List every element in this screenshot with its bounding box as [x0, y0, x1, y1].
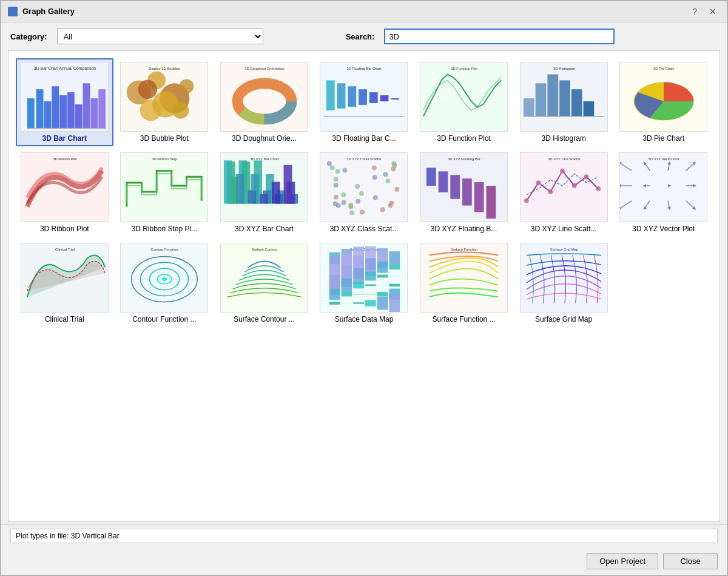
- chart-thumbnail-3d-doughnut: 3D Doughnut Orientation: [220, 62, 308, 132]
- svg-point-107: [350, 210, 355, 215]
- gallery-item-label: Clinical Trial: [45, 315, 84, 324]
- gallery-item-clinical-trial[interactable]: Clinical Trial Clinical Trial: [16, 239, 113, 327]
- svg-rect-188: [377, 296, 388, 310]
- chart-thumbnail-3d-bar-chart: 3D Bar Chart Annual Comparison: [21, 62, 109, 132]
- gallery-item-label: 3D Bubble Plot: [140, 134, 189, 143]
- svg-rect-66: [248, 191, 256, 204]
- gallery-item-3d-pie-chart[interactable]: 3D Pie Chart 3D Pie Chart: [615, 58, 712, 146]
- svg-point-22: [172, 102, 189, 119]
- gallery-item-contour-function[interactable]: Contour Function Contour Function ...: [116, 239, 214, 327]
- svg-point-81: [333, 202, 338, 206]
- gallery-item-3d-xyz-line[interactable]: 3D XYZ Line Scatter 3D XYZ Line Scatt...: [515, 149, 613, 237]
- help-button[interactable]: ?: [689, 5, 701, 18]
- svg-point-121: [560, 168, 565, 173]
- svg-point-100: [330, 166, 335, 171]
- gallery-item-3d-floating-bar[interactable]: 3D Floating Bar Chart 3D Floating Bar C.…: [315, 58, 413, 146]
- svg-text:Surface Function: Surface Function: [451, 248, 478, 251]
- category-select[interactable]: All 2D 3D Statistical Contour Surface: [57, 29, 263, 44]
- chart-thumbnail-3d-ribbon-step: 3D Ribbon Step: [120, 152, 208, 222]
- gallery-item-3d-xyz-bar[interactable]: 3D XYZ Bar Chart 3D XYZ Bar Chart: [215, 149, 313, 237]
- svg-rect-69: [260, 194, 268, 204]
- gallery-item-label: 3D Bar Chart: [42, 134, 87, 143]
- chart-thumbnail-3d-pie-chart: 3D Pie Chart: [619, 62, 707, 132]
- svg-text:Display 3D Bubbles: Display 3D Bubbles: [149, 67, 181, 70]
- close-button[interactable]: Close: [663, 553, 718, 569]
- svg-rect-173: [342, 279, 352, 293]
- chart-thumbnail-3d-xyz-floating: 3D XYZ Floating Bar: [420, 152, 508, 222]
- gallery-item-3d-xyz-class[interactable]: 3D XYZ Class Scatter 3D XYZ Class Scat..…: [315, 149, 413, 237]
- status-bar: Plot types in file: 3D Vertical Bar: [1, 524, 727, 547]
- bottom-bar: Open Project Close: [1, 547, 727, 575]
- svg-rect-31: [337, 83, 346, 108]
- svg-rect-177: [389, 284, 400, 286]
- svg-text:Clinical Trial: Clinical Trial: [55, 248, 75, 251]
- title-bar-controls: ? ✕: [689, 5, 720, 18]
- chart-thumbnail-3d-xyz-class: 3D XYZ Class Scatter: [320, 152, 408, 222]
- svg-rect-34: [369, 92, 378, 103]
- svg-rect-174: [354, 282, 365, 288]
- gallery-item-3d-ribbon-plot[interactable]: 3D Ribbon Plot 3D Ribbon Plot: [16, 149, 113, 237]
- gallery-item-3d-bar-chart[interactable]: 3D Bar Chart Annual Comparison 3D Bar Ch…: [16, 58, 113, 146]
- svg-rect-169: [365, 272, 376, 281]
- svg-rect-44: [547, 75, 558, 117]
- chart-thumbnail-3d-bubble-plot: Display 3D Bubbles: [120, 62, 208, 132]
- svg-point-119: [536, 180, 541, 185]
- svg-text:3D Function Plot: 3D Function Plot: [451, 67, 477, 70]
- gallery-item-3d-xyz-floating[interactable]: 3D XYZ Floating Bar 3D XYZ Floating B...: [415, 149, 513, 237]
- svg-rect-75: [283, 165, 292, 204]
- chart-thumbnail-3d-xyz-bar: 3D XYZ Bar Chart: [220, 152, 308, 222]
- svg-text:Surface Grid Map: Surface Grid Map: [550, 248, 578, 251]
- gallery-item-label: 3D Function Plot: [437, 134, 491, 143]
- gallery-item-surface-contour[interactable]: Surface Contour Surface Contour ...: [215, 239, 313, 327]
- chart-thumbnail-clinical-trial: Clinical Trial: [21, 243, 109, 313]
- svg-rect-181: [365, 294, 376, 294]
- svg-rect-4: [44, 101, 51, 128]
- gallery-item-surface-function[interactable]: Surface Function Surface Function ...: [415, 239, 513, 327]
- svg-rect-7: [67, 92, 75, 128]
- gallery-item-surface-grid-map[interactable]: Surface Grid Map Surface Grid Map: [515, 239, 613, 327]
- gallery-item-surface-data-map[interactable]: Surface Data Map Surface Data Map: [315, 239, 413, 327]
- svg-rect-175: [365, 285, 376, 286]
- chart-thumbnail-3d-xyz-vector: 3D XYZ Vector Plot: [619, 152, 707, 222]
- svg-text:3D XYZ Vector Plot: 3D XYZ Vector Plot: [649, 157, 679, 161]
- svg-point-118: [524, 198, 529, 203]
- svg-point-104: [356, 184, 360, 189]
- gallery-item-label: Surface Grid Map: [535, 315, 592, 324]
- gallery-item-label: Surface Function ...: [433, 315, 496, 324]
- svg-point-87: [383, 172, 388, 177]
- svg-rect-189: [389, 293, 400, 313]
- svg-text:3D Histogram: 3D Histogram: [553, 67, 575, 70]
- svg-point-19: [180, 79, 194, 93]
- svg-point-106: [386, 178, 391, 183]
- status-value: 3D Vertical Bar: [71, 532, 120, 540]
- svg-point-90: [372, 166, 377, 171]
- gallery-item-3d-bubble-plot[interactable]: Display 3D Bubbles 3D Bubble Plot: [116, 58, 214, 146]
- graph-gallery-dialog: Graph Gallery ? ✕ Category: All 2D 3D St…: [0, 0, 728, 576]
- svg-rect-54: [121, 153, 207, 222]
- svg-point-103: [335, 169, 340, 174]
- gallery-item-label: Surface Data Map: [335, 315, 394, 324]
- gallery-item-label: 3D Ribbon Plot: [40, 225, 89, 233]
- close-window-button[interactable]: ✕: [706, 5, 720, 18]
- svg-text:Contour Function: Contour Function: [151, 248, 178, 251]
- svg-point-91: [391, 166, 396, 171]
- svg-point-94: [360, 209, 365, 214]
- gallery-item-3d-xyz-vector[interactable]: 3D XYZ Vector Plot 3D XYZ Vector Plot: [615, 149, 712, 237]
- svg-point-95: [334, 195, 339, 200]
- search-input[interactable]: [384, 29, 615, 44]
- svg-rect-9: [83, 83, 90, 128]
- svg-rect-3: [36, 89, 43, 128]
- gallery-item-3d-doughnut[interactable]: 3D Doughnut Orientation 3D Doughnut Orie…: [215, 58, 313, 146]
- gallery-item-3d-histogram[interactable]: 3D Histogram 3D Histogram: [515, 58, 613, 146]
- chart-thumbnail-surface-data-map: Surface Data Map: [320, 243, 408, 313]
- svg-rect-187: [365, 300, 376, 307]
- gallery-item-label: 3D Floating Bar C...: [332, 134, 396, 143]
- svg-rect-159: [389, 251, 400, 265]
- open-project-button[interactable]: Open Project: [587, 553, 658, 569]
- svg-rect-178: [329, 288, 340, 300]
- gallery-item-3d-function-plot[interactable]: 3D Function Plot 3D Function Plot: [415, 58, 513, 146]
- svg-rect-43: [535, 83, 546, 116]
- title-bar-left: Graph Gallery: [8, 7, 75, 16]
- gallery-item-3d-ribbon-step[interactable]: 3D Ribbon Step 3D Ribbon Step Pl...: [116, 149, 214, 237]
- chart-thumbnail-3d-xyz-line: 3D XYZ Line Scatter: [520, 152, 608, 222]
